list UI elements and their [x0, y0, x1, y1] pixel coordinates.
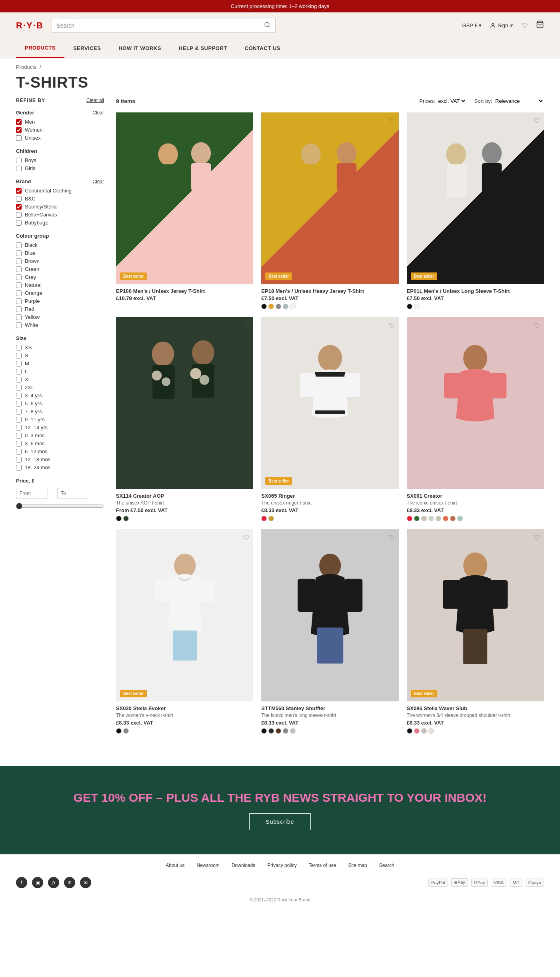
- colour-yellow-label[interactable]: Yellow: [25, 314, 40, 320]
- footer-link-terms[interactable]: Terms of use: [309, 863, 336, 868]
- swatch[interactable]: [436, 516, 441, 521]
- brand-stanley-checkbox[interactable]: [16, 204, 22, 210]
- colour-black-label[interactable]: Black: [25, 242, 38, 248]
- swatch[interactable]: [457, 516, 463, 521]
- colour-grey-checkbox[interactable]: [16, 274, 22, 280]
- swatch[interactable]: [414, 304, 420, 309]
- size-m-checkbox[interactable]: [16, 361, 22, 366]
- gender-men-checkbox[interactable]: [16, 119, 22, 125]
- swatch[interactable]: [421, 516, 427, 521]
- wishlist-btn-ep100[interactable]: ♡: [243, 116, 249, 125]
- brand-babybugz-checkbox[interactable]: [16, 220, 22, 226]
- size-xl-checkbox[interactable]: [16, 377, 22, 382]
- swatch[interactable]: [276, 728, 281, 734]
- size-1214yrs-label[interactable]: 12–14 yrs: [25, 424, 48, 430]
- swatch[interactable]: [268, 728, 274, 734]
- product-card-ep18[interactable]: Best seller ♡ EP18 Men's / Unisex Heavy …: [261, 112, 398, 309]
- product-card-sx114[interactable]: ♡ SX114 Creator AOP The unisex AOP t-shi…: [116, 317, 253, 521]
- size-xl-label[interactable]: XL: [25, 376, 31, 382]
- swatch[interactable]: [268, 304, 274, 309]
- swatch[interactable]: [450, 516, 456, 521]
- colour-red-checkbox[interactable]: [16, 306, 22, 312]
- subscribe-button[interactable]: Subscribe: [249, 813, 310, 830]
- children-girls-label[interactable]: Girls: [25, 165, 36, 171]
- colour-natural-checkbox[interactable]: [16, 282, 22, 288]
- size-1218mos-checkbox[interactable]: [16, 457, 22, 462]
- brand-stanley-label[interactable]: Stanley/Stella: [25, 204, 57, 210]
- gender-men-label[interactable]: Men: [25, 119, 35, 125]
- size-l-checkbox[interactable]: [16, 369, 22, 374]
- clear-all-button[interactable]: Clear all: [86, 98, 104, 103]
- gender-women-label[interactable]: Women: [25, 127, 43, 133]
- swatch[interactable]: [276, 304, 281, 309]
- nav-contact-us[interactable]: CONTACT US: [236, 39, 289, 58]
- colour-red-label[interactable]: Red: [25, 306, 34, 312]
- sign-in-button[interactable]: Sign in: [490, 22, 514, 29]
- size-s-label[interactable]: S: [25, 352, 28, 358]
- brand-bella-checkbox[interactable]: [16, 212, 22, 218]
- search-input[interactable]: [57, 22, 262, 29]
- swatch[interactable]: [421, 728, 427, 734]
- size-1824mos-label[interactable]: 18–24 mos: [25, 464, 50, 470]
- gender-unisex-checkbox[interactable]: [16, 135, 22, 141]
- swatch[interactable]: [261, 516, 267, 521]
- product-card-ep01l[interactable]: Best seller ♡ EP01L Men's / Unisex Long …: [407, 112, 544, 309]
- wishlist-btn-sx020[interactable]: ♡: [243, 533, 249, 542]
- size-612mos-checkbox[interactable]: [16, 449, 22, 454]
- swatch[interactable]: [290, 728, 296, 734]
- linkedin-icon[interactable]: in: [64, 877, 75, 888]
- swatch[interactable]: [407, 516, 412, 521]
- breadcrumb-products[interactable]: Products: [16, 64, 36, 70]
- swatch[interactable]: [428, 516, 434, 521]
- nav-help-support[interactable]: HELP & SUPPORT: [170, 39, 236, 58]
- size-911yrs-label[interactable]: 9–11 yrs: [25, 416, 45, 422]
- swatch[interactable]: [428, 728, 434, 734]
- product-card-sttm560[interactable]: ♡ STTM560 Stanley Shuffler The iconic me…: [261, 529, 398, 733]
- colour-blue-label[interactable]: Blue: [25, 250, 35, 256]
- size-34yrs-checkbox[interactable]: [16, 393, 22, 398]
- swatch[interactable]: [407, 304, 412, 309]
- colour-grey-label[interactable]: Grey: [25, 274, 36, 280]
- size-xs-label[interactable]: XS: [25, 344, 32, 350]
- size-1824mos-checkbox[interactable]: [16, 465, 22, 470]
- sort-select[interactable]: Relevance Price: Low to High Price: High…: [494, 98, 544, 104]
- size-m-label[interactable]: M: [25, 360, 29, 366]
- size-36mos-label[interactable]: 3–6 mos: [25, 440, 45, 446]
- prices-select[interactable]: excl. VAT incl. VAT: [437, 98, 466, 104]
- colour-purple-checkbox[interactable]: [16, 298, 22, 304]
- swatch[interactable]: [290, 304, 296, 309]
- swatch[interactable]: [261, 728, 267, 734]
- size-xs-checkbox[interactable]: [16, 345, 22, 350]
- product-card-sx020[interactable]: Best seller ♡ SX020 Stella Evoker The wo…: [116, 529, 253, 733]
- swatch[interactable]: [283, 304, 288, 309]
- email-icon[interactable]: ✉: [80, 877, 91, 888]
- colour-orange-label[interactable]: Orange: [25, 290, 42, 296]
- swatch[interactable]: [268, 516, 274, 521]
- footer-link-sitemap[interactable]: Site map: [348, 863, 367, 868]
- size-03mos-checkbox[interactable]: [16, 433, 22, 438]
- wishlist-btn-ep18[interactable]: ♡: [388, 116, 395, 125]
- colour-blue-checkbox[interactable]: [16, 250, 22, 256]
- product-card-ep100[interactable]: Best seller ♡ EP100 Men's / Unisex Jerse…: [116, 112, 253, 309]
- size-1214yrs-checkbox[interactable]: [16, 425, 22, 430]
- wishlist-btn-ep01l[interactable]: ♡: [534, 116, 540, 125]
- brand-continental-checkbox[interactable]: [16, 188, 22, 194]
- size-911yrs-checkbox[interactable]: [16, 417, 22, 422]
- pinterest-icon[interactable]: p: [48, 877, 59, 888]
- colour-white-checkbox[interactable]: [16, 322, 22, 328]
- product-card-sx001[interactable]: ♡ SX001 Creator The iconic unisex t-shir…: [407, 317, 544, 521]
- brand-clear[interactable]: Clear: [92, 179, 104, 184]
- footer-link-about[interactable]: About us: [166, 863, 184, 868]
- colour-brown-label[interactable]: Brown: [25, 258, 40, 264]
- footer-link-newsroom[interactable]: Newsroom: [197, 863, 220, 868]
- product-card-sx065[interactable]: Best seller ♡ SX065 Ringer The unisex ri…: [261, 317, 398, 521]
- children-boys-label[interactable]: Boys: [25, 157, 36, 163]
- size-36mos-checkbox[interactable]: [16, 441, 22, 446]
- children-girls-checkbox[interactable]: [16, 166, 22, 171]
- footer-link-downloads[interactable]: Downloads: [232, 863, 255, 868]
- colour-orange-checkbox[interactable]: [16, 290, 22, 296]
- colour-yellow-checkbox[interactable]: [16, 314, 22, 320]
- swatch[interactable]: [123, 516, 129, 521]
- size-78yrs-checkbox[interactable]: [16, 409, 22, 414]
- wishlist-btn-sttm560[interactable]: ♡: [388, 533, 395, 542]
